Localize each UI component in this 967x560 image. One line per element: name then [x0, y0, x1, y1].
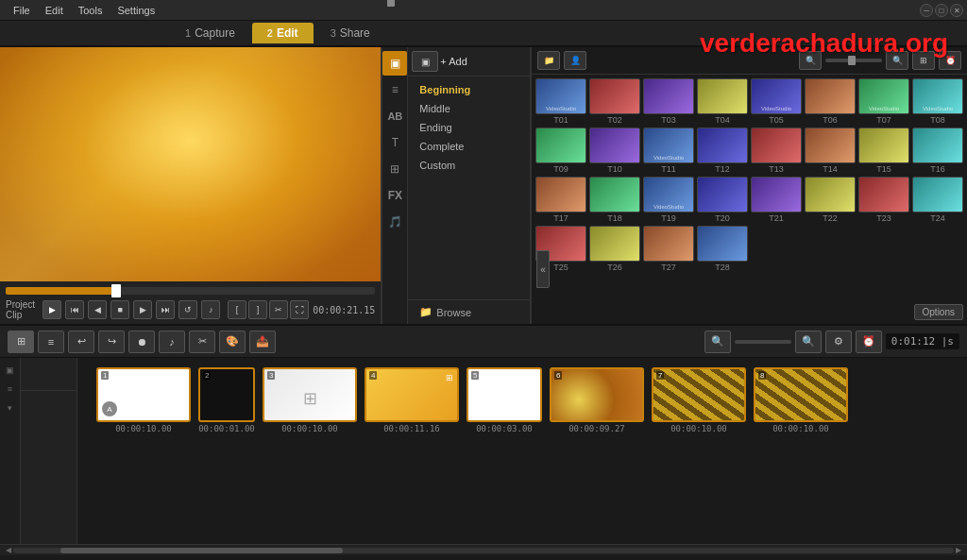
timeline-view-btn[interactable]: ≡ — [38, 331, 64, 353]
track-icon-2[interactable]: ≡ — [2, 381, 19, 398]
scroll-right-arrow[interactable]: ▶ — [954, 546, 963, 554]
title-item-custom[interactable]: Custom — [408, 156, 530, 175]
title-item-middle[interactable]: Middle — [408, 99, 530, 118]
browse-button[interactable]: 📁 Browse — [408, 299, 530, 324]
template-t08[interactable]: VideoStudioT08 — [912, 78, 963, 125]
menu-settings[interactable]: Settings — [110, 3, 162, 18]
scroll-left-arrow[interactable]: ◀ — [4, 546, 13, 554]
template-t14[interactable]: T14 — [805, 127, 856, 174]
tab-capture[interactable]: 1 Capture — [170, 23, 250, 43]
template-t13[interactable]: T13 — [751, 127, 802, 174]
sidebar-icon-text[interactable]: AB — [382, 104, 407, 128]
loop-button[interactable]: ↺ — [178, 300, 197, 319]
title-item-ending[interactable]: Ending — [408, 118, 530, 137]
sidebar-icon-media[interactable]: ▣ — [382, 51, 407, 76]
menu-tools[interactable]: Tools — [71, 3, 110, 18]
record-btn[interactable]: ⏺ — [128, 331, 155, 353]
menu-file[interactable]: File — [6, 3, 38, 18]
clip-8[interactable]: 8 00:00:10.00 — [754, 367, 848, 433]
fullscreen-button[interactable]: ⛶ — [290, 300, 309, 319]
sidebar-icon-transition[interactable]: ⊞ — [382, 157, 407, 181]
template-t23[interactable]: T23 — [858, 177, 909, 223]
template-t15[interactable]: T15 — [858, 127, 909, 174]
template-t07[interactable]: VideoStudioT07 — [858, 78, 909, 125]
template-t03[interactable]: T03 — [643, 78, 694, 125]
window-controls[interactable]: ─ □ ✕ — [920, 4, 963, 17]
tab-share[interactable]: 3 Share — [315, 23, 385, 43]
preview-timeline[interactable] — [6, 287, 375, 295]
menu-edit[interactable]: Edit — [38, 3, 71, 18]
templates-folder-icon[interactable]: 📁 — [537, 51, 560, 70]
maximize-button[interactable]: □ — [935, 4, 948, 17]
template-t17[interactable]: T17 — [535, 177, 586, 223]
template-t16[interactable]: T16 — [912, 127, 963, 174]
template-t12[interactable]: T12 — [697, 127, 748, 174]
color-btn[interactable]: 🎨 — [219, 331, 246, 353]
zoom-slider[interactable] — [825, 59, 882, 62]
template-t11[interactable]: VideoStudioT11 — [643, 127, 694, 174]
template-t21[interactable]: T21 — [751, 177, 802, 223]
title-item-complete[interactable]: Complete — [408, 137, 530, 156]
clip-2[interactable]: 2 00:00:01.00 — [198, 367, 255, 433]
mark-out-button[interactable]: ] — [248, 300, 267, 319]
template-t20[interactable]: T20 — [697, 177, 748, 223]
template-t01[interactable]: VideoStudioT01 — [535, 78, 586, 125]
storyboard-view-btn[interactable]: ⊞ — [8, 331, 34, 353]
clip-7[interactable]: 7 00:00:10.00 — [652, 367, 746, 433]
add-label[interactable]: + Add — [440, 56, 467, 67]
scroll-thumb[interactable] — [60, 548, 343, 553]
template-t04[interactable]: T04 — [697, 78, 748, 125]
timeline-thumb[interactable] — [111, 284, 121, 297]
template-t02[interactable]: T02 — [589, 78, 640, 125]
minimize-button[interactable]: ─ — [920, 4, 933, 17]
template-t18[interactable]: T18 — [589, 177, 640, 223]
clip-1[interactable]: 1 A 00:00:10.00 — [96, 367, 191, 433]
audio-mix-btn[interactable]: ♪ — [159, 331, 185, 353]
play-button[interactable]: ▶ — [42, 300, 61, 319]
sidebar-icon-audio[interactable]: 🎵 — [382, 210, 407, 234]
clip-6[interactable]: 6 00:00:09.27 — [550, 367, 644, 433]
export-btn[interactable]: 📤 — [249, 331, 276, 353]
clip-info-button[interactable]: ✂ — [269, 300, 288, 319]
template-t28[interactable]: T28 — [697, 226, 748, 272]
collapse-panel-button[interactable]: « — [536, 250, 550, 288]
clock-tl-btn[interactable]: ⏰ — [856, 331, 882, 353]
clip-4[interactable]: 4 ⊞ 00:00:11.16 — [365, 367, 459, 433]
step-back-button[interactable]: ⏮ — [65, 300, 84, 319]
stop-button[interactable]: ■ — [110, 300, 129, 319]
template-t26[interactable]: T26 — [589, 226, 640, 272]
zoom-in-tl-btn[interactable]: 🔍 — [795, 331, 822, 353]
templates-user-icon[interactable]: 👤 — [564, 51, 586, 70]
title-item-beginning[interactable]: Beginning — [408, 80, 530, 99]
tab-edit[interactable]: 2 Edit — [252, 23, 314, 43]
mark-in-button[interactable]: [ — [228, 300, 246, 319]
settings-tl-btn[interactable]: ⚙ — [825, 331, 852, 353]
split-btn[interactable]: ✂ — [189, 331, 215, 353]
audio-button[interactable]: ♪ — [201, 300, 220, 319]
sidebar-icon-filter[interactable]: ≡ — [382, 77, 407, 102]
redo-btn[interactable]: ↪ — [98, 331, 125, 353]
zoom-out-tl-btn[interactable]: 🔍 — [704, 331, 731, 353]
options-button[interactable]: Options — [914, 304, 963, 320]
dropdown-icon[interactable]: ▾ — [2, 399, 19, 416]
clip-5[interactable]: 5 00:00:03.00 — [467, 367, 542, 433]
track-icon-1[interactable]: ▣ — [2, 362, 19, 379]
template-t24[interactable]: T24 — [912, 177, 963, 223]
template-t05[interactable]: VideoStudioT05 — [751, 78, 802, 125]
scroll-track[interactable] — [13, 548, 954, 553]
undo-btn[interactable]: ↩ — [68, 331, 94, 353]
template-t09[interactable]: T09 — [535, 127, 586, 174]
sidebar-icon-title[interactable]: T — [382, 130, 407, 155]
template-t06[interactable]: T06 — [805, 78, 856, 125]
prev-frame-button[interactable]: ◀ — [88, 300, 107, 319]
template-t27[interactable]: T27 — [643, 226, 694, 272]
timeline-scrollbar[interactable]: ◀ ▶ — [0, 544, 967, 555]
template-t10[interactable]: T10 — [589, 127, 640, 174]
titles-icon1[interactable]: ▣ — [412, 51, 438, 72]
template-t19[interactable]: VideoStudioT19 — [643, 177, 694, 223]
template-t22[interactable]: T22 — [805, 177, 856, 223]
step-forward-button[interactable]: ⏭ — [156, 300, 175, 319]
close-button[interactable]: ✕ — [950, 4, 963, 17]
next-frame-button[interactable]: ▶ — [133, 300, 152, 319]
clip-3[interactable]: 3 ⊞ 00:00:10.00 — [263, 367, 357, 433]
